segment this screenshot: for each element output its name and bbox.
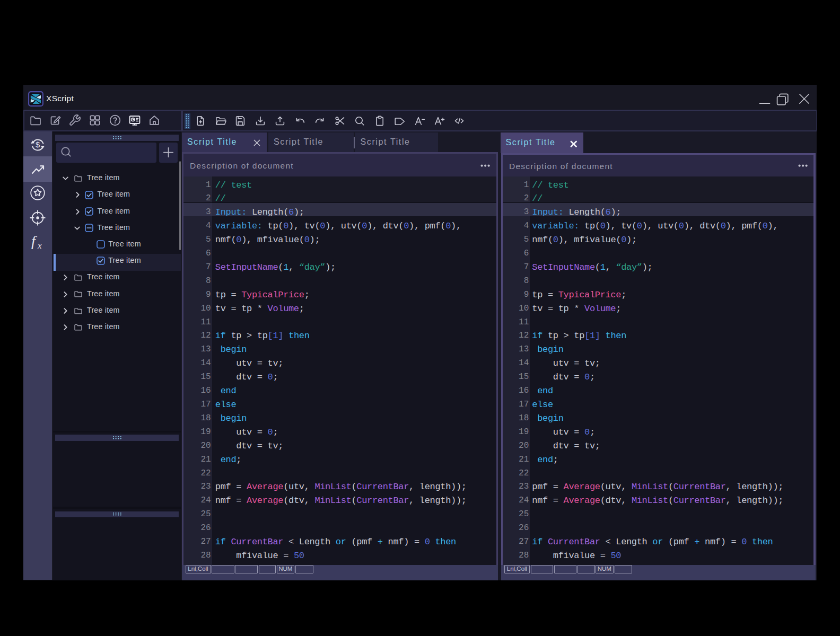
svg-text:$: $ [36,140,40,149]
svg-text:x: x [37,241,42,250]
svg-text:f: f [31,234,37,249]
